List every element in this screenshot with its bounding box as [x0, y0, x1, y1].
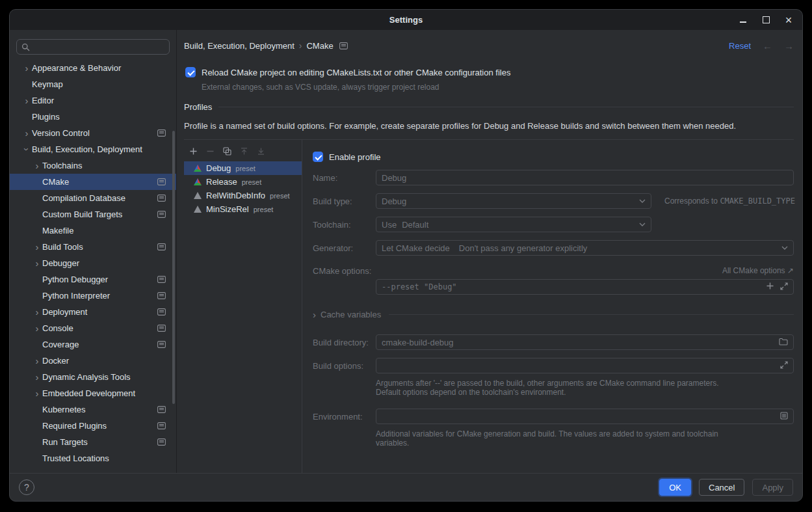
back-icon[interactable]: ← — [763, 40, 772, 51]
chevron-collapsed-icon[interactable]: › — [21, 128, 32, 138]
sidebar-item-label: Version Control — [32, 128, 90, 138]
profile-item-debug[interactable]: Debugpreset — [184, 161, 302, 175]
chevron-expanded-icon[interactable]: › — [22, 144, 32, 155]
sidebar-item-dynamic-analysis-tools[interactable]: ›Dynamic Analysis Tools — [10, 369, 176, 385]
sidebar-item-docker[interactable]: ›Docker — [10, 353, 176, 369]
search-input[interactable] — [34, 42, 164, 52]
sidebar-item-appearance-behavior[interactable]: ›Appearance & Behavior — [10, 60, 176, 76]
sidebar-item-plugins[interactable]: Plugins — [10, 109, 176, 125]
sidebar-item-cmake[interactable]: CMake — [10, 174, 176, 190]
environment-variables-icon[interactable] — [780, 412, 788, 422]
sidebar-scrollbar[interactable] — [172, 131, 175, 404]
profiles-list: DebugpresetReleasepresetRelWithDebInfopr… — [184, 161, 302, 216]
chevron-collapsed-icon[interactable]: › — [32, 307, 42, 317]
sidebar-item-coverage[interactable]: Coverage — [10, 336, 176, 353]
sidebar-item-keymap[interactable]: Keymap — [10, 76, 176, 92]
enable-profile-checkbox[interactable] — [313, 152, 323, 162]
sidebar-item-run-targets[interactable]: Run Targets — [10, 434, 176, 450]
move-down-icon[interactable] — [257, 147, 265, 155]
sidebar-item-label: Python Debugger — [42, 275, 108, 284]
chevron-collapsed-icon[interactable]: › — [32, 242, 42, 252]
breadcrumb-parent[interactable]: Build, Execution, Deployment — [184, 41, 295, 51]
reset-link[interactable]: Reset — [729, 41, 751, 51]
profile-item-release[interactable]: Releasepreset — [184, 175, 302, 189]
sidebar-item-console[interactable]: ›Console — [10, 320, 176, 336]
chevron-collapsed-icon[interactable]: › — [32, 372, 42, 382]
project-level-icon — [157, 195, 166, 202]
chevron-collapsed-icon[interactable]: › — [32, 323, 42, 333]
dialog-footer: ? OK Cancel Apply — [10, 473, 802, 501]
all-cmake-options-link[interactable]: All CMake options ↗ — [722, 266, 794, 275]
sidebar-item-kubernetes[interactable]: Kubernetes — [10, 401, 176, 418]
close-icon[interactable]: × — [784, 16, 793, 25]
maximize-icon[interactable] — [761, 16, 770, 25]
add-option-icon[interactable] — [766, 282, 774, 292]
expand-icon[interactable] — [780, 361, 788, 371]
folder-icon[interactable] — [779, 338, 788, 347]
profiles-panel: DebugpresetReleasepresetRelWithDebInfopr… — [184, 139, 794, 473]
sidebar-item-required-plugins[interactable]: Required Plugins — [10, 418, 176, 434]
reload-cmake-checkbox[interactable] — [185, 67, 196, 77]
sidebar-item-label: Dynamic Analysis Tools — [42, 372, 131, 382]
remove-icon[interactable] — [206, 147, 215, 155]
sidebar-item-makefile[interactable]: Makefile — [10, 222, 176, 239]
sidebar-item-editor[interactable]: ›Editor — [10, 92, 176, 109]
titlebar[interactable]: Settings × — [10, 10, 802, 30]
cmake-profile-icon — [194, 192, 202, 199]
sidebar-item-python-debugger[interactable]: Python Debugger — [10, 271, 176, 288]
sidebar-item-label: Console — [42, 323, 73, 333]
build-options-row: Build options: — [313, 358, 794, 373]
name-field[interactable]: Debug — [376, 170, 794, 185]
generator-select[interactable]: Let CMake decide Don't pass any generato… — [376, 240, 794, 256]
cmake-options-field[interactable]: --preset "Debug" — [376, 279, 794, 295]
window-title: Settings — [10, 15, 802, 25]
sidebar-item-build-tools[interactable]: ›Build Tools — [10, 239, 176, 255]
project-level-icon — [157, 276, 166, 283]
profile-name: Release — [206, 177, 237, 187]
toolchain-label: Toolchain: — [313, 220, 376, 230]
move-up-icon[interactable] — [240, 147, 248, 155]
cache-variables-toggle[interactable]: › Cache variables — [313, 309, 794, 320]
sidebar-item-version-control[interactable]: ›Version Control — [10, 125, 176, 141]
build-type-label: Build type: — [313, 196, 376, 206]
sidebar-item-label: Embedded Development — [42, 388, 135, 398]
apply-button[interactable]: Apply — [752, 479, 793, 496]
cancel-button[interactable]: Cancel — [699, 479, 744, 496]
project-level-icon — [157, 243, 166, 250]
sidebar-item-compilation-database[interactable]: Compilation Database — [10, 190, 176, 206]
forward-icon[interactable]: → — [784, 40, 794, 51]
sidebar-item-label: Appearance & Behavior — [32, 63, 121, 73]
toolchain-select[interactable]: Use Default — [376, 217, 651, 232]
chevron-collapsed-icon[interactable]: › — [32, 258, 42, 268]
build-directory-field[interactable]: cmake-build-debug — [376, 334, 794, 350]
sidebar-item-custom-build-targets[interactable]: Custom Build Targets — [10, 206, 176, 222]
sidebar-item-deployment[interactable]: ›Deployment — [10, 304, 176, 320]
ok-button[interactable]: OK — [659, 479, 691, 496]
search-box[interactable] — [16, 39, 170, 55]
chevron-collapsed-icon[interactable]: › — [21, 63, 32, 73]
sidebar-item-debugger[interactable]: ›Debugger — [10, 255, 176, 271]
profile-item-relwithdebinfo[interactable]: RelWithDebInfopreset — [184, 189, 302, 202]
help-icon[interactable]: ? — [19, 479, 34, 495]
breadcrumb: Build, Execution, Deployment › CMake Res… — [184, 38, 794, 53]
sidebar-item-build-execution-deployment[interactable]: ›Build, Execution, Deployment — [10, 141, 176, 157]
sidebar-item-toolchains[interactable]: ›Toolchains — [10, 157, 176, 174]
chevron-collapsed-icon[interactable]: › — [32, 161, 42, 170]
profile-item-minsizerel[interactable]: MinSizeRelpreset — [184, 202, 302, 216]
copy-icon[interactable] — [223, 147, 231, 155]
chevron-collapsed-icon[interactable]: › — [32, 388, 42, 398]
expand-icon[interactable] — [780, 282, 788, 292]
sidebar-item-python-interpreter[interactable]: Python Interpreter — [10, 288, 176, 304]
breadcrumb-current[interactable]: CMake — [306, 41, 333, 51]
cmake-options-value: --preset "Debug" — [382, 282, 457, 291]
add-icon[interactable] — [189, 147, 198, 155]
chevron-collapsed-icon[interactable]: › — [32, 356, 42, 366]
minimize-icon[interactable] — [739, 16, 748, 25]
environment-hint: Additional variables for CMake generatio… — [376, 429, 794, 448]
build-options-field[interactable] — [376, 358, 794, 373]
sidebar-item-embedded-development[interactable]: ›Embedded Development — [10, 385, 176, 401]
sidebar-item-trusted-locations[interactable]: Trusted Locations — [10, 450, 176, 466]
environment-field[interactable] — [376, 409, 794, 424]
chevron-collapsed-icon[interactable]: › — [21, 96, 32, 105]
build-type-select[interactable]: Debug — [376, 193, 651, 209]
